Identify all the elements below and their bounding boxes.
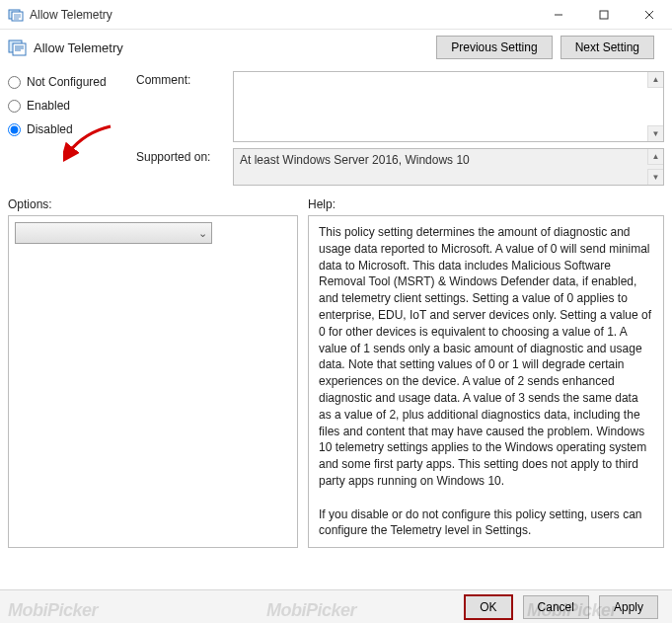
svg-rect-3 — [600, 11, 608, 19]
cancel-button[interactable]: Cancel — [523, 595, 589, 619]
state-radios: Not Configured Enabled Disabled — [8, 71, 136, 186]
policy-name: Allow Telemetry — [34, 40, 123, 55]
help-label: Help: — [308, 197, 664, 211]
svg-rect-7 — [13, 43, 26, 55]
radio-enabled-input[interactable] — [8, 100, 21, 113]
apply-button[interactable]: Apply — [599, 595, 658, 619]
radio-enabled-label: Enabled — [27, 99, 70, 113]
radio-not-configured-input[interactable] — [8, 76, 21, 89]
comment-box: ▲ ▼ — [233, 71, 664, 142]
supported-label: Supported on: — [136, 148, 233, 186]
comment-input[interactable] — [234, 72, 647, 137]
chevron-down-icon: ⌄ — [198, 227, 207, 240]
next-setting-button[interactable]: Next Setting — [560, 36, 654, 59]
scroll-down-icon[interactable]: ▼ — [647, 169, 663, 185]
supported-value — [234, 149, 647, 181]
svg-rect-1 — [12, 12, 23, 21]
policy-icon-large — [8, 38, 28, 57]
minimize-button[interactable] — [536, 0, 581, 29]
title-bar: Allow Telemetry — [0, 0, 672, 30]
supported-box: ▲ ▼ — [233, 148, 664, 186]
config-section: Not Configured Enabled Disabled Comment:… — [0, 59, 672, 192]
radio-not-configured-label: Not Configured — [27, 75, 107, 89]
radio-not-configured[interactable]: Not Configured — [8, 75, 136, 89]
options-dropdown[interactable]: ⌄ — [15, 222, 212, 244]
policy-icon — [8, 7, 24, 23]
radio-enabled[interactable]: Enabled — [8, 99, 136, 113]
header-row: Allow Telemetry Previous Setting Next Se… — [0, 30, 672, 59]
scroll-up-icon[interactable]: ▲ — [647, 149, 663, 165]
options-label: Options: — [8, 197, 298, 211]
scroll-down-icon[interactable]: ▼ — [647, 125, 663, 141]
details-section: Options: ⌄ Help: This policy setting det… — [0, 192, 672, 548]
help-panel[interactable]: This policy setting determines the amoun… — [308, 215, 664, 548]
window-title: Allow Telemetry — [30, 8, 536, 22]
radio-disabled-input[interactable] — [8, 123, 21, 136]
close-button[interactable] — [627, 0, 672, 29]
bottom-bar: OK Cancel Apply — [0, 589, 672, 623]
options-panel: ⌄ — [8, 215, 298, 548]
window-controls — [536, 0, 672, 29]
radio-disabled-label: Disabled — [27, 122, 73, 136]
policy-header: Allow Telemetry — [8, 38, 436, 57]
radio-disabled[interactable]: Disabled — [8, 122, 136, 136]
previous-setting-button[interactable]: Previous Setting — [436, 36, 552, 59]
scroll-up-icon[interactable]: ▲ — [647, 72, 663, 88]
maximize-button[interactable] — [581, 0, 627, 29]
ok-button[interactable]: OK — [464, 594, 512, 620]
comment-label: Comment: — [136, 71, 233, 142]
